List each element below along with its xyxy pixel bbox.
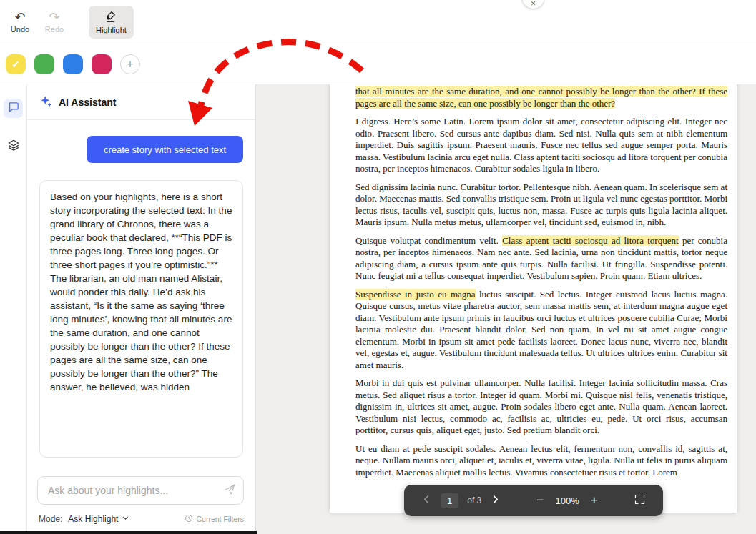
highlighter-icon <box>104 10 117 24</box>
plus-icon: + <box>127 59 133 70</box>
app-window: ↶ Undo ↷ Redo Highlight × ✓ + <box>0 0 756 534</box>
zoom-in-button[interactable]: + <box>591 493 598 508</box>
ai-panel-header: AI Assistant <box>27 84 255 120</box>
pdf-paragraph: Quisque volutpat condimentum velit. Clas… <box>355 235 727 282</box>
pdf-page: that all minutes are the same duration, … <box>330 74 737 513</box>
layers-tool-button[interactable] <box>4 137 23 156</box>
pdf-paragraph: Ut eu diam at pede suscipit sodales. Aen… <box>355 443 727 479</box>
highlighted-text: Suspendisse in justo eu magna <box>355 289 476 300</box>
page-count-label: of 3 <box>467 495 481 505</box>
top-toolbar: ↶ Undo ↷ Redo Highlight <box>0 0 756 44</box>
pdf-text: Sed dignissim lacinia nunc. Curabitur to… <box>355 182 727 228</box>
create-story-button[interactable]: create story with selected text <box>87 136 243 163</box>
highlighted-text: that all minutes are the same duration, … <box>355 86 727 109</box>
pdf-paragraph: that all minutes are the same duration, … <box>355 86 727 109</box>
color-swatch-blue[interactable] <box>63 54 83 74</box>
clock-icon <box>185 514 193 524</box>
close-icon: × <box>531 0 536 9</box>
pdf-text: Ut eu diam at pede suscipit sodales. Aen… <box>355 443 727 478</box>
redo-label: Redo <box>45 25 64 34</box>
chevron-right-icon <box>490 494 501 507</box>
page-number-input[interactable]: 1 <box>441 493 458 508</box>
color-palette-row: ✓ + <box>0 44 756 84</box>
fullscreen-button[interactable] <box>634 493 646 508</box>
ai-assistant-title: AI Assistant <box>59 97 116 108</box>
undo-button[interactable]: ↶ Undo <box>3 10 37 34</box>
pdf-paragraph: Morbi in dui quis est pulvinar ullamcorp… <box>355 377 727 437</box>
pdf-text: Morbi in dui quis est pulvinar ullamcorp… <box>355 377 727 435</box>
highlighted-text: Class aptent taciti sociosqu ad litora t… <box>502 235 678 246</box>
redo-button[interactable]: ↷ Redo <box>37 10 72 34</box>
ask-input[interactable] <box>46 484 224 497</box>
zoom-out-button[interactable]: − <box>537 493 544 508</box>
fullscreen-icon <box>634 493 646 508</box>
color-swatch-green[interactable] <box>34 54 54 74</box>
redo-icon: ↷ <box>49 10 59 24</box>
zoom-level: 100% <box>556 495 579 506</box>
color-swatches: ✓ <box>6 54 112 74</box>
chevron-down-icon <box>122 514 129 524</box>
prev-page-button[interactable] <box>421 494 432 507</box>
add-color-button[interactable]: + <box>120 54 140 74</box>
page-nav-group: 1 of 3 <box>421 493 501 508</box>
pdf-paragraph: Suspendisse in justo eu magna luctus sus… <box>355 289 727 372</box>
comments-tool-button[interactable] <box>4 99 23 118</box>
highlight-label: Highlight <box>96 26 127 34</box>
left-icon-strip <box>0 84 27 534</box>
send-icon[interactable] <box>224 483 236 498</box>
panel-spacer <box>27 458 255 469</box>
pdf-text: luctus suscipit. Sed lectus. Integer eui… <box>355 289 727 370</box>
ai-assistant-icon <box>40 95 52 109</box>
pdf-paragraph: I digress. Here’s some Latin. Lorem ipsu… <box>355 116 727 175</box>
undo-label: Undo <box>11 25 29 34</box>
ai-story-text: Based on your highlights, here is a shor… <box>50 192 232 392</box>
highlight-tool-button[interactable]: Highlight <box>89 6 134 39</box>
mode-row: Mode: Ask Highlight Current Filters <box>39 514 244 524</box>
chevron-left-icon <box>421 494 432 507</box>
zoom-group: − 100% + <box>537 493 598 508</box>
ai-assistant-panel: AI Assistant create story with selected … <box>27 84 256 534</box>
panel-bottom-strip <box>0 531 257 534</box>
next-page-button[interactable] <box>490 494 501 507</box>
ask-input-row <box>37 476 244 505</box>
pdf-text: I digress. Here’s some Latin. Lorem ipsu… <box>355 116 727 174</box>
mode-label: Mode: <box>39 514 62 524</box>
layers-icon <box>7 139 20 154</box>
check-icon: ✓ <box>11 59 20 70</box>
current-filters-label: Current Filters <box>196 515 244 523</box>
pdf-text: Quisque volutpat condimentum velit. <box>355 235 502 246</box>
mode-value: Ask Highlight <box>68 514 118 524</box>
color-swatch-red[interactable] <box>92 54 112 74</box>
undo-icon: ↶ <box>14 10 25 24</box>
mode-select[interactable]: Ask Highlight <box>68 514 129 524</box>
pdf-controls-bar: 1 of 3 − 100% + <box>404 485 663 516</box>
ai-story-card: Based on your highlights, here is a shor… <box>39 180 243 458</box>
pdf-content: that all minutes are the same duration, … <box>355 86 727 478</box>
current-filters-button[interactable]: Current Filters <box>185 514 244 524</box>
chat-bubble-icon <box>7 101 19 116</box>
pdf-paragraph: Sed dignissim lacinia nunc. Curabitur to… <box>355 182 727 229</box>
color-swatch-yellow[interactable]: ✓ <box>6 54 26 74</box>
